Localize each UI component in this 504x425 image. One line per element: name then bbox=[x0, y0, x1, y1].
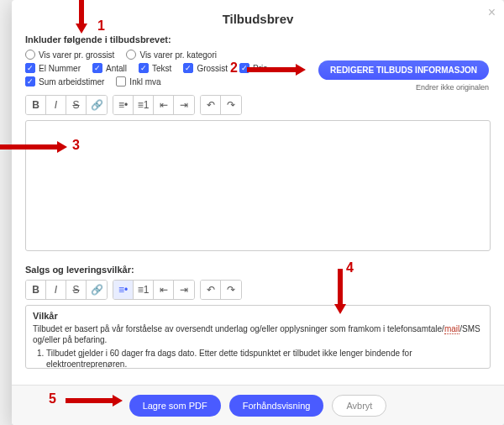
checkbox-icon bbox=[116, 76, 126, 87]
undo-button[interactable]: ↶ bbox=[201, 281, 221, 299]
modal-footer: Lagre som PDF Forhåndsvisning Avbryt bbox=[12, 385, 504, 425]
undo-icon: ↶ bbox=[207, 284, 215, 296]
editor-toolbar-1: B I S 🔗 ≡• ≡1 ⇤ ⇥ ↶ ↷ bbox=[25, 95, 491, 115]
offer-letter-modal: × Tilbudsbrev Inkluder følgende i tilbud… bbox=[12, 0, 504, 425]
strike-button[interactable]: S bbox=[66, 96, 87, 114]
terms-label: Salgs og leveringsvilkår: bbox=[25, 265, 491, 275]
close-icon[interactable]: × bbox=[488, 5, 496, 20]
check-label: Tekst bbox=[152, 64, 171, 73]
check-antall[interactable]: ✓Antall bbox=[92, 63, 127, 73]
undo-icon: ↶ bbox=[207, 99, 215, 111]
check-label: El Nummer bbox=[39, 64, 81, 73]
indent-button[interactable]: ⇥ bbox=[174, 281, 194, 299]
check-sum-arbeidstimer[interactable]: ✓Sum arbeidstimer bbox=[25, 76, 104, 87]
outdent-button[interactable]: ⇤ bbox=[154, 281, 174, 299]
checkbox-icon: ✓ bbox=[239, 63, 249, 73]
list-ol-icon: ≡1 bbox=[138, 284, 150, 296]
terms-intro: Tilbudet er basert på vår forståelse av … bbox=[33, 324, 483, 345]
link-button[interactable]: 🔗 bbox=[87, 96, 107, 114]
include-label: Inkluder følgende i tilbudsbrevet: bbox=[25, 34, 491, 45]
outdent-icon: ⇤ bbox=[160, 284, 168, 296]
cancel-button[interactable]: Avbryt bbox=[332, 395, 386, 417]
check-inkl-mva[interactable]: Inkl mva bbox=[116, 76, 160, 87]
check-label: Grossist bbox=[197, 64, 228, 73]
radio-icon bbox=[25, 50, 35, 60]
strike-button[interactable]: S bbox=[66, 281, 87, 299]
check-label: Sum arbeidstimer bbox=[39, 77, 104, 87]
link-icon: 🔗 bbox=[91, 284, 103, 296]
radio-label: Vis varer pr. kategori bbox=[139, 50, 217, 60]
letter-body-editor[interactable] bbox=[25, 120, 491, 251]
radio-per-grossist[interactable]: Vis varer pr. grossist bbox=[25, 50, 114, 60]
bold-button[interactable]: B bbox=[26, 281, 46, 299]
checkbox-icon: ✓ bbox=[139, 63, 149, 73]
italic-button[interactable]: I bbox=[46, 96, 66, 114]
check-grossist[interactable]: ✓Grossist bbox=[183, 63, 228, 73]
checkbox-icon: ✓ bbox=[25, 63, 35, 73]
check-elnummer[interactable]: ✓El Nummer bbox=[25, 63, 81, 73]
edit-info-subtext: Endrer ikke originalen bbox=[318, 83, 489, 92]
redo-button[interactable]: ↷ bbox=[221, 281, 241, 299]
indent-button[interactable]: ⇥ bbox=[174, 96, 194, 114]
link-icon: 🔗 bbox=[91, 99, 103, 111]
preview-button[interactable]: Forhåndsvisning bbox=[229, 395, 324, 417]
radio-per-kategori[interactable]: Vis varer pr. kategori bbox=[126, 50, 217, 60]
spellcheck-squiggle: mail bbox=[444, 324, 459, 334]
link-button[interactable]: 🔗 bbox=[87, 281, 107, 299]
check-label: Inkl mva bbox=[129, 77, 160, 87]
modal-title: Tilbudsbrev bbox=[25, 12, 491, 26]
editor-toolbar-2: B I S 🔗 ≡• ≡1 ⇤ ⇥ ↶ ↷ bbox=[25, 280, 491, 300]
ol-button[interactable]: ≡1 bbox=[134, 96, 154, 114]
indent-icon: ⇥ bbox=[180, 99, 188, 111]
edit-offer-info-button[interactable]: REDIGERE TILBUDS INFORMASJON bbox=[318, 60, 489, 80]
terms-heading: Vilkår bbox=[33, 311, 483, 321]
save-pdf-button[interactable]: Lagre som PDF bbox=[129, 395, 221, 417]
redo-icon: ↷ bbox=[227, 99, 235, 111]
bold-button[interactable]: B bbox=[26, 96, 46, 114]
outdent-icon: ⇤ bbox=[160, 99, 168, 111]
edit-info-wrap: REDIGERE TILBUDS INFORMASJON Endrer ikke… bbox=[318, 60, 489, 92]
check-label: Pris bbox=[253, 64, 267, 73]
ol-button[interactable]: ≡1 bbox=[134, 281, 154, 299]
outdent-button[interactable]: ⇤ bbox=[154, 96, 174, 114]
list-ul-icon: ≡• bbox=[118, 284, 128, 296]
radio-icon bbox=[126, 50, 136, 60]
check-tekst[interactable]: ✓Tekst bbox=[139, 63, 171, 73]
checkbox-icon: ✓ bbox=[25, 76, 35, 87]
terms-editor[interactable]: Vilkår Tilbudet er basert på vår forståe… bbox=[25, 305, 491, 369]
undo-button[interactable]: ↶ bbox=[201, 96, 221, 114]
check-pris[interactable]: ✓Pris bbox=[239, 63, 267, 73]
checkbox-icon: ✓ bbox=[183, 63, 193, 73]
redo-icon: ↷ bbox=[227, 284, 235, 296]
terms-item: Tilbudet gjelder i 60 dager fra dags dat… bbox=[46, 349, 483, 369]
ul-button[interactable]: ≡• bbox=[113, 96, 134, 114]
radio-label: Vis varer pr. grossist bbox=[39, 50, 114, 60]
italic-button[interactable]: I bbox=[46, 281, 66, 299]
radio-row: Vis varer pr. grossist Vis varer pr. kat… bbox=[25, 50, 491, 60]
list-ul-icon: ≡• bbox=[118, 99, 128, 111]
list-ol-icon: ≡1 bbox=[138, 99, 150, 111]
check-label: Antall bbox=[106, 64, 127, 73]
redo-button[interactable]: ↷ bbox=[221, 96, 241, 114]
checkbox-icon: ✓ bbox=[92, 63, 102, 73]
ul-button[interactable]: ≡• bbox=[113, 281, 134, 299]
indent-icon: ⇥ bbox=[180, 284, 188, 296]
